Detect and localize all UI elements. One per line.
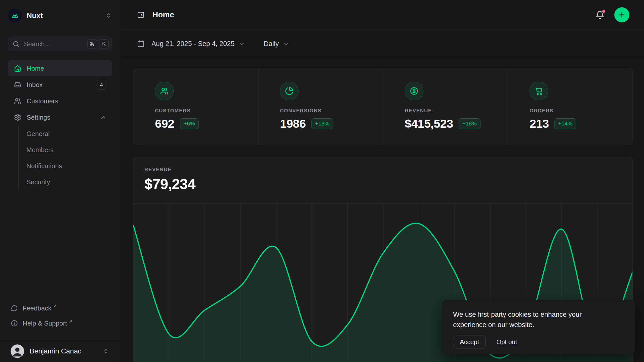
stat-delta-badge: +6% (180, 118, 199, 129)
cookie-actions: Accept Opt out (453, 336, 624, 348)
cookie-banner: We use first-party cookies to enhance yo… (442, 300, 635, 354)
nuxt-logo-icon (8, 9, 22, 22)
stat-value: 213 (530, 117, 549, 130)
sidebar-item-members[interactable]: Members (19, 142, 112, 158)
home-icon (14, 65, 22, 72)
search-input[interactable]: Search... ⌘ K (8, 37, 112, 51)
collapse-sidebar-button[interactable] (137, 11, 145, 19)
stat-value: 692 (155, 117, 174, 130)
accept-cookies-button[interactable]: Accept (453, 336, 486, 348)
optout-cookies-button[interactable]: Opt out (496, 338, 517, 346)
stat-label: CUSTOMERS (155, 108, 258, 114)
sidebar-item-settings[interactable]: Settings (8, 109, 112, 125)
chevron-down-icon (283, 40, 289, 47)
stat-delta-badge: +14% (554, 118, 576, 129)
sidebar-item-customers[interactable]: Customers (8, 93, 112, 109)
shopping-cart-icon (530, 82, 548, 100)
feedback-label: Feedback (23, 304, 51, 312)
search-placeholder: Search... (24, 40, 50, 48)
chevron-up-icon (100, 114, 106, 121)
sidebar-item-label: General (26, 130, 50, 138)
sidebar-item-label: Members (26, 146, 54, 154)
sidebar-item-security[interactable]: Security (19, 174, 112, 190)
calendar-icon (137, 40, 145, 48)
sidebar-item-label: Inbox (27, 81, 43, 89)
chevron-up-down-icon (105, 12, 112, 19)
inbox-unread-badge: 4 (97, 80, 106, 89)
date-range-label: Aug 21, 2025 - Sep 4, 2025 (151, 40, 234, 48)
stat-conversions: CONVERSIONS 1986 +13% (258, 68, 383, 145)
filters-toolbar: Aug 21, 2025 - Sep 4, 2025 Daily (120, 30, 644, 58)
users-icon (14, 97, 22, 105)
notifications-button[interactable] (595, 10, 605, 20)
revenue-chart-label: REVENUE (144, 167, 621, 172)
stat-revenue: REVENUE $415,523 +18% (383, 68, 508, 145)
sidebar-divider (0, 340, 120, 340)
help-support-label: Help & Support (23, 320, 67, 327)
stat-customers: CUSTOMERS 692 +6% (133, 68, 258, 145)
settings-subnav: General Members Notifications Security (18, 126, 112, 190)
sidebar-item-inbox[interactable]: Inbox 4 (8, 77, 112, 93)
date-range-picker[interactable]: Aug 21, 2025 - Sep 4, 2025 (137, 40, 245, 48)
user-name: Benjamin Canac (30, 347, 81, 355)
search-shortcut: ⌘ K (87, 39, 109, 49)
header-actions (595, 7, 629, 22)
sidebar-item-home[interactable]: Home (8, 60, 112, 76)
kbd-k: K (99, 39, 109, 49)
stat-label: CONVERSIONS (280, 108, 383, 114)
add-button[interactable] (614, 7, 629, 22)
stat-label: ORDERS (530, 108, 632, 114)
kbd-cmd: ⌘ (87, 39, 97, 49)
sidebar-item-general[interactable]: General (19, 126, 112, 142)
cookie-message: We use first-party cookies to enhance yo… (453, 309, 604, 330)
page-title: Home (152, 10, 174, 19)
avatar (11, 344, 24, 358)
granularity-select[interactable]: Daily (264, 40, 289, 48)
gear-icon (14, 114, 22, 121)
sidebar: Nuxt Search... ⌘ K Home (0, 0, 120, 362)
dashboard-page: { "brand": { "name": "Nuxt" }, "search":… (0, 0, 644, 362)
stat-orders: ORDERS 213 +14% (508, 68, 632, 145)
stat-label: REVENUE (405, 108, 508, 114)
sidebar-item-label: Notifications (26, 162, 62, 170)
sidebar-item-notifications[interactable]: Notifications (19, 158, 112, 174)
external-link-icon (68, 319, 73, 323)
stat-value: 1986 (280, 117, 306, 130)
sidebar-item-label: Security (26, 178, 50, 186)
workspace-switcher[interactable]: Nuxt (8, 8, 112, 24)
sidebar-footer: Feedback Help & Support (8, 301, 112, 331)
sidebar-item-label: Home (27, 65, 44, 72)
circle-dollar-icon (405, 82, 423, 100)
stat-delta-badge: +18% (459, 118, 480, 129)
revenue-chart-header: REVENUE $79,234 (133, 156, 632, 192)
sidebar-item-label: Customers (27, 97, 58, 105)
search-icon (12, 40, 20, 48)
message-bubble-icon (11, 305, 18, 312)
help-support-link[interactable]: Help & Support (8, 316, 112, 331)
chevron-down-icon (238, 40, 245, 47)
revenue-chart-total: $79,234 (144, 175, 621, 192)
feedback-link[interactable]: Feedback (8, 301, 112, 316)
sidebar-nav: Home Inbox 4 Customers (8, 60, 112, 190)
user-menu[interactable]: Benjamin Canac (8, 343, 112, 359)
stats-card: CUSTOMERS 692 +6% CONVERSIONS 1986 +13% (133, 68, 633, 145)
granularity-label: Daily (264, 40, 279, 48)
chevron-up-down-icon (102, 348, 109, 355)
stat-value: $415,523 (405, 117, 453, 130)
inbox-icon (14, 81, 22, 88)
workspace-name: Nuxt (27, 12, 43, 20)
external-link-icon (53, 304, 57, 308)
sidebar-item-label: Settings (27, 114, 50, 121)
page-header: Home (120, 0, 644, 30)
stat-delta-badge: +13% (311, 118, 333, 129)
info-circle-icon (11, 320, 18, 327)
chart-pie-icon (280, 82, 299, 100)
unread-dot (601, 9, 606, 14)
users-icon (155, 82, 174, 100)
